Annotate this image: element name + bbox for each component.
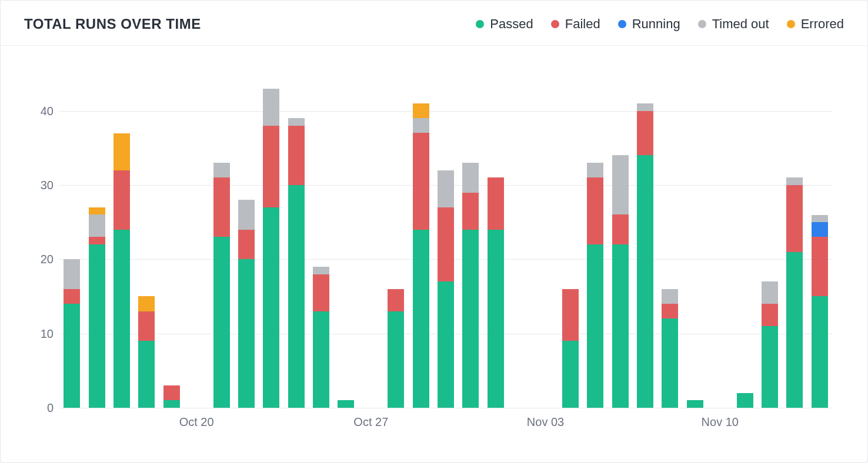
bar[interactable] [762, 281, 778, 408]
bar-segment-passed[interactable] [313, 311, 329, 408]
bar-segment-timed-out[interactable] [462, 163, 479, 193]
bar-segment-failed[interactable] [562, 289, 579, 341]
legend-item-errored[interactable]: Errored [787, 16, 844, 32]
bar[interactable] [163, 385, 180, 408]
bar-segment-passed[interactable] [812, 296, 828, 408]
bar-segment-passed[interactable] [263, 207, 279, 408]
bar-segment-timed-out[interactable] [587, 163, 603, 177]
bar[interactable] [313, 267, 329, 408]
bar-segment-errored[interactable] [113, 133, 130, 170]
bar-segment-passed[interactable] [138, 341, 155, 408]
bar[interactable] [288, 118, 305, 408]
legend-item-failed[interactable]: Failed [551, 16, 600, 32]
bar-segment-failed[interactable] [213, 177, 230, 237]
bar[interactable] [238, 200, 255, 408]
bar-segment-passed[interactable] [662, 318, 678, 408]
bar-segment-failed[interactable] [413, 133, 429, 229]
bar-segment-failed[interactable] [64, 289, 80, 304]
bar-segment-timed-out[interactable] [238, 200, 255, 230]
bar-segment-timed-out[interactable] [438, 170, 454, 207]
bar-segment-timed-out[interactable] [637, 103, 653, 111]
bar[interactable] [89, 207, 105, 408]
bar-segment-passed[interactable] [587, 244, 603, 408]
bar-segment-failed[interactable] [238, 230, 255, 260]
bar-segment-passed[interactable] [637, 155, 653, 408]
bar-segment-failed[interactable] [612, 214, 629, 244]
bar-segment-failed[interactable] [812, 237, 828, 296]
bar-segment-failed[interactable] [662, 304, 678, 318]
bar-segment-failed[interactable] [263, 126, 279, 207]
bar-segment-errored[interactable] [138, 296, 155, 311]
bar-segment-failed[interactable] [313, 274, 329, 311]
bar-segment-failed[interactable] [163, 385, 180, 400]
bar-segment-failed[interactable] [438, 207, 454, 281]
bar[interactable] [138, 296, 155, 408]
bar[interactable] [662, 289, 678, 408]
bar-segment-failed[interactable] [89, 237, 105, 244]
bar-segment-running[interactable] [812, 222, 828, 237]
legend-item-timedout[interactable]: Timed out [698, 16, 769, 32]
bar-segment-errored[interactable] [89, 207, 105, 215]
bar-segment-passed[interactable] [413, 230, 429, 408]
bar-segment-timed-out[interactable] [213, 163, 230, 177]
bar-segment-passed[interactable] [113, 230, 130, 408]
bar-segment-passed[interactable] [89, 244, 105, 408]
bar-segment-failed[interactable] [462, 193, 479, 230]
bar-segment-passed[interactable] [163, 400, 180, 408]
bar-segment-failed[interactable] [762, 304, 778, 326]
bar-segment-passed[interactable] [488, 230, 504, 408]
bar-segment-passed[interactable] [388, 311, 404, 408]
bar[interactable] [786, 177, 803, 408]
legend-item-passed[interactable]: Passed [476, 16, 533, 32]
bar[interactable] [488, 177, 504, 408]
bar[interactable] [263, 89, 279, 408]
bar-segment-failed[interactable] [587, 177, 603, 244]
legend-item-running[interactable]: Running [618, 16, 680, 32]
bar-segment-timed-out[interactable] [288, 118, 305, 126]
bar-segment-failed[interactable] [388, 289, 404, 311]
bar-segment-timed-out[interactable] [64, 259, 80, 289]
bar-segment-timed-out[interactable] [263, 89, 279, 126]
bar[interactable] [438, 170, 454, 408]
bar[interactable] [637, 103, 653, 408]
bar-segment-failed[interactable] [138, 311, 155, 341]
bar-segment-failed[interactable] [488, 177, 504, 229]
bar[interactable] [64, 259, 80, 408]
bar-segment-timed-out[interactable] [313, 267, 329, 274]
bar-segment-passed[interactable] [438, 281, 454, 408]
bar-segment-passed[interactable] [687, 400, 703, 408]
bar-segment-passed[interactable] [786, 252, 803, 408]
bar-segment-timed-out[interactable] [762, 281, 778, 304]
bar[interactable] [213, 163, 230, 408]
bar[interactable] [413, 103, 429, 408]
bar[interactable] [737, 393, 753, 408]
bar-segment-passed[interactable] [762, 326, 778, 408]
bar-segment-passed[interactable] [64, 304, 80, 408]
bar-segment-passed[interactable] [562, 341, 579, 408]
bar-segment-timed-out[interactable] [812, 215, 828, 223]
bar-segment-passed[interactable] [338, 400, 354, 408]
bar-segment-timed-out[interactable] [786, 177, 803, 185]
bar-segment-passed[interactable] [238, 259, 255, 408]
bar[interactable] [812, 214, 828, 408]
bar-segment-errored[interactable] [413, 103, 429, 118]
bar-segment-failed[interactable] [113, 170, 130, 230]
bar[interactable] [462, 163, 479, 408]
bar-segment-passed[interactable] [288, 185, 305, 408]
bar-segment-failed[interactable] [637, 111, 653, 156]
bar-segment-timed-out[interactable] [662, 289, 678, 304]
bar-segment-failed[interactable] [288, 126, 305, 185]
bar[interactable] [612, 155, 629, 408]
bar-segment-passed[interactable] [213, 237, 230, 408]
bar-segment-timed-out[interactable] [612, 155, 629, 214]
bar[interactable] [113, 133, 130, 408]
bar[interactable] [587, 163, 603, 408]
bar-segment-timed-out[interactable] [413, 118, 429, 133]
bar[interactable] [687, 400, 703, 408]
bar-segment-passed[interactable] [737, 393, 753, 408]
bar[interactable] [562, 289, 579, 408]
bar[interactable] [338, 400, 354, 408]
bar[interactable] [388, 289, 404, 408]
bar-segment-passed[interactable] [462, 230, 479, 408]
bar-segment-failed[interactable] [786, 185, 803, 252]
